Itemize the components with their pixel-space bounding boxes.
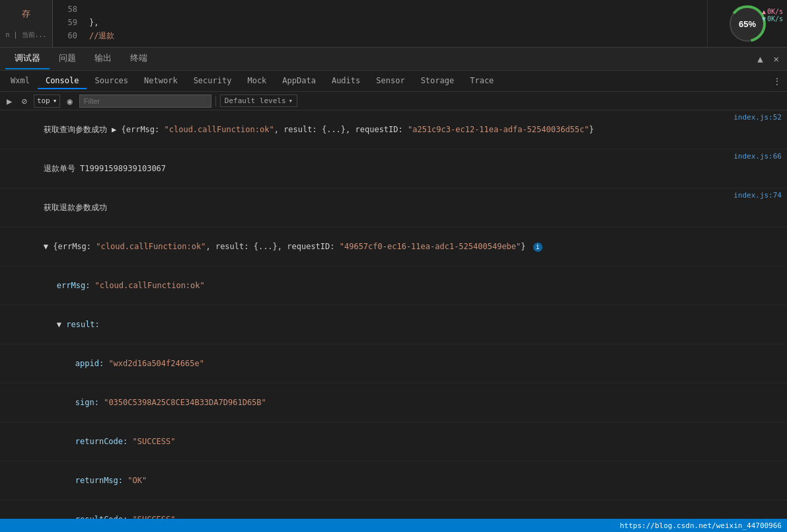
console-entry-1: 获取查询参数成功 ▶ {errMsg: "cloud.callFunction:… (0, 110, 787, 149)
sidebar-item-1[interactable]: 存 (0, 3, 52, 25)
devtools-top-tabs: 调试器 问题 输出 终端 ▲ ✕ (0, 48, 787, 71)
console-output[interactable]: 获取查询参数成功 ▶ {errMsg: "cloud.callFunction:… (0, 110, 787, 519)
tab-trace[interactable]: Trace (462, 73, 502, 89)
info-badge[interactable]: i (533, 243, 543, 252)
tab-output[interactable]: 输出 (85, 48, 121, 69)
levels-label: Default levels (225, 96, 286, 105)
net-stats: ▲ 0K/s ▼ 0K/s (762, 8, 783, 22)
eye-button[interactable]: ◉ (64, 95, 75, 108)
console-entry-4-content: ▼ {errMsg: "cloud.callFunction:ok", resu… (5, 229, 782, 264)
svg-text:65%: 65% (739, 19, 756, 29)
status-bar: https://blog.csdn.net/weixin_44700966 (0, 519, 787, 532)
tab-appdata[interactable]: AppData (274, 73, 324, 89)
console-prop-resultcode: resultCode: "SUCCESS" (0, 500, 787, 519)
devtools-container: 存 n | 当前... on n s g.json 58 59 60 }, //… (0, 0, 787, 532)
console-prop-result-content: ▼ result: (19, 307, 782, 342)
tab-security[interactable]: Security (186, 73, 240, 89)
console-prop-appid: appid: "wxd2d16a504f24665e" (0, 344, 787, 383)
net-down-indicator: ▼ 0K/s (762, 15, 783, 22)
console-prop-appid-content: appid: "wxd2d16a504f24665e" (37, 346, 782, 381)
code-lines: }, //退款 (83, 1, 707, 47)
tab-issues[interactable]: 问题 (50, 48, 85, 69)
console-prop-errmsg: errMsg: "cloud.callFunction:ok" (0, 266, 787, 305)
console-prop-resultcode-content: resultCode: "SUCCESS" (37, 502, 782, 519)
code-with-gutter: 58 59 60 }, //退款 (53, 0, 708, 47)
line-num-60: 60 (53, 29, 83, 42)
console-prop-returnmsg: returnMsg: "OK" (0, 461, 787, 500)
tab-network[interactable]: Network (136, 73, 186, 89)
console-entry-4: ▼ {errMsg: "cloud.callFunction:ok", resu… (0, 227, 787, 266)
console-entry-1-source[interactable]: index.js:52 (733, 112, 782, 124)
line-num-59: 59 (53, 16, 83, 29)
console-prop-result: ▼ result: (0, 305, 787, 344)
code-line-58 (89, 3, 707, 16)
net-up-indicator: ▲ 0K/s (762, 8, 783, 15)
context-value: top (37, 96, 50, 105)
tab-sources[interactable]: Sources (87, 73, 136, 89)
console-entry-3: 获取退款参数成功 index.js:74 (0, 188, 787, 227)
console-prop-returncode-content: returnCode: "SUCCESS" (37, 424, 782, 459)
top-tabs-right: ▲ ✕ (755, 52, 782, 65)
tab-storage[interactable]: Storage (413, 73, 463, 89)
line-numbers: 58 59 60 (53, 1, 83, 47)
line-num-58: 58 (53, 3, 83, 16)
levels-selector[interactable]: Default levels ▾ (220, 95, 297, 107)
code-area: 58 59 60 }, //退款 (53, 0, 708, 47)
run-button[interactable]: ▶ (4, 95, 15, 108)
tab-terminal[interactable]: 终端 (121, 48, 157, 69)
devtools-secondary-tabs: Wxml Console Sources Network Security Mo… (0, 71, 787, 92)
console-prop-returncode: returnCode: "SUCCESS" (0, 422, 787, 461)
console-entry-3-source[interactable]: index.js:74 (733, 190, 782, 202)
console-prop-returnmsg-content: returnMsg: "OK" (37, 463, 782, 498)
context-selector[interactable]: top ▾ (34, 95, 61, 108)
console-entry-2-content: 退款单号 T19991598939103067 (5, 151, 728, 186)
tab-wxml[interactable]: Wxml (3, 73, 38, 89)
tab-audits[interactable]: Audits (324, 73, 368, 89)
toolbar-divider (215, 96, 216, 106)
context-chevron-icon: ▾ (53, 96, 57, 105)
secondary-tabs-right: ⋮ (770, 75, 784, 88)
tab-mock[interactable]: Mock (239, 73, 274, 89)
console-prop-sign: sign: "0350C5398A25C8CE34B33DA7D961D65B" (0, 383, 787, 422)
code-editor-area: 存 n | 当前... on n s g.json 58 59 60 }, //… (0, 0, 787, 48)
tab-sensor[interactable]: Sensor (368, 73, 412, 89)
filter-input[interactable] (79, 95, 211, 108)
console-prop-sign-content: sign: "0350C5398A25C8CE34B33DA7D961D65B" (37, 385, 782, 420)
console-entry-2-source[interactable]: index.js:66 (733, 151, 782, 163)
close-panel-button[interactable]: ✕ (771, 52, 782, 65)
console-toolbar: ▶ ⊘ top ▾ ◉ Default levels ▾ (0, 92, 787, 110)
more-tabs-button[interactable]: ⋮ (770, 75, 784, 88)
tab-debugger[interactable]: 调试器 (5, 48, 50, 69)
sidebar-item-2[interactable]: n | 当前... (0, 25, 52, 45)
console-entry-3-content: 获取退款参数成功 (5, 190, 728, 225)
file-sidebar: 存 n | 当前... on n s g.json (0, 0, 53, 47)
console-entry-1-content: 获取查询参数成功 ▶ {errMsg: "cloud.callFunction:… (5, 112, 728, 147)
code-line-60: //退款 (89, 29, 707, 42)
performance-area: 65% ▲ 0K/s ▼ 0K/s (708, 0, 787, 47)
console-entry-2: 退款单号 T19991598939103067 index.js:66 (0, 149, 787, 188)
console-prop-errmsg-content: errMsg: "cloud.callFunction:ok" (19, 268, 782, 303)
code-line-59: }, (89, 16, 707, 29)
levels-chevron-icon: ▾ (289, 96, 293, 105)
clear-button[interactable]: ⊘ (19, 95, 29, 108)
status-url: https://blog.csdn.net/weixin_44700966 (620, 521, 782, 530)
tab-console[interactable]: Console (38, 73, 87, 89)
collapse-panel-button[interactable]: ▲ (755, 52, 765, 65)
